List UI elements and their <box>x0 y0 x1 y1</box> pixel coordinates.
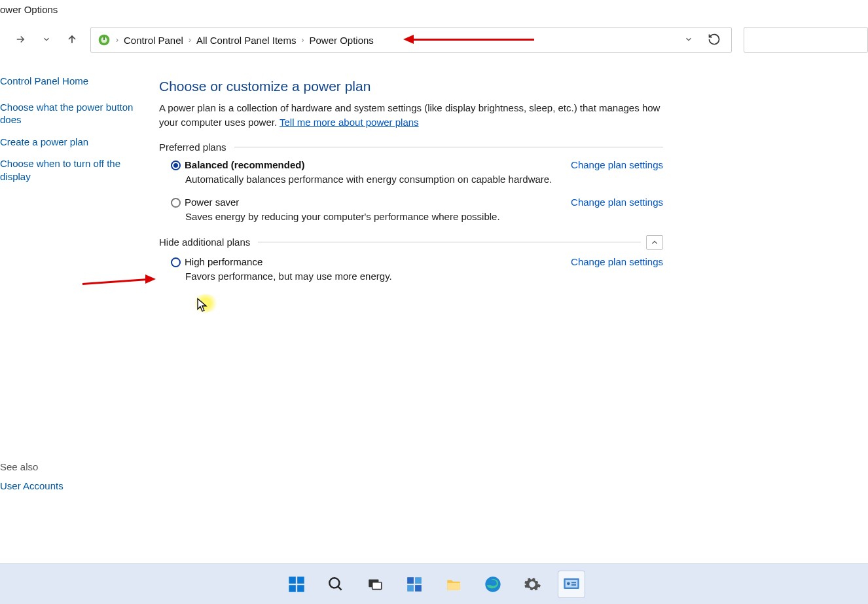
svg-rect-19 <box>571 584 576 586</box>
chevron-right-icon[interactable]: › <box>187 35 192 45</box>
see-also-section: See also User Accounts <box>0 461 63 491</box>
svg-rect-4 <box>289 585 296 592</box>
preferred-plans-group: Preferred plans <box>159 142 663 153</box>
svg-rect-8 <box>372 582 382 589</box>
search-input[interactable] <box>744 27 868 53</box>
plan-description: Automatically balances performance with … <box>185 174 663 185</box>
search-button[interactable] <box>322 571 350 598</box>
svg-point-6 <box>329 578 339 588</box>
plan-description: Favors performance, but may use more ene… <box>185 271 663 282</box>
radio-high-performance[interactable] <box>171 257 181 267</box>
file-explorer-button[interactable] <box>440 571 467 598</box>
divider <box>234 147 663 147</box>
svg-rect-9 <box>407 577 414 584</box>
change-plan-settings-link[interactable]: Change plan settings <box>571 256 663 267</box>
taskbar <box>0 563 868 604</box>
up-button[interactable] <box>65 33 79 48</box>
settings-button[interactable] <box>518 571 546 598</box>
sidebar-link-display-off[interactable]: Choose when to turn off the display <box>0 157 151 183</box>
window-title: ower Options <box>0 4 58 15</box>
recent-locations-dropdown[interactable] <box>42 35 51 46</box>
control-panel-taskbar-button[interactable] <box>558 571 585 598</box>
svg-rect-11 <box>407 585 414 592</box>
svg-rect-18 <box>571 582 576 583</box>
power-options-icon <box>98 33 111 47</box>
control-panel-home-link[interactable]: Control Panel Home <box>0 75 151 88</box>
navigation-bar: › Control Panel › All Control Panel Item… <box>0 26 868 54</box>
svg-rect-10 <box>415 577 422 584</box>
address-dropdown[interactable] <box>676 35 701 46</box>
page-heading: Choose or customize a power plan <box>159 79 663 94</box>
breadcrumb-item[interactable]: Control Panel <box>120 35 187 46</box>
plan-title-power-saver[interactable]: Power saver <box>185 197 239 208</box>
change-plan-settings-link[interactable]: Change plan settings <box>571 159 663 170</box>
edge-button[interactable] <box>479 571 507 598</box>
sidebar: Control Panel Home Choose what the power… <box>0 75 151 192</box>
chevron-right-icon[interactable]: › <box>300 35 305 45</box>
collapse-additional-plans-button[interactable] <box>646 235 663 250</box>
breadcrumb-item[interactable]: Power Options <box>305 35 377 46</box>
svg-rect-2 <box>289 576 296 584</box>
plan-title-balanced[interactable]: Balanced (recommended) <box>185 159 304 170</box>
user-accounts-link[interactable]: User Accounts <box>0 480 63 491</box>
more-about-power-plans-link[interactable]: Tell me more about power plans <box>280 117 419 128</box>
plan-title-high-performance[interactable]: High performance <box>185 256 262 267</box>
group-label: Hide additional plans <box>159 236 258 248</box>
main-content: Choose or customize a power plan A power… <box>159 79 663 293</box>
change-plan-settings-link[interactable]: Change plan settings <box>571 197 663 208</box>
sidebar-link-create-plan[interactable]: Create a power plan <box>0 136 151 149</box>
refresh-button[interactable] <box>701 33 727 48</box>
svg-rect-5 <box>297 585 304 592</box>
forward-button[interactable] <box>13 33 27 47</box>
chevron-right-icon[interactable]: › <box>115 35 120 45</box>
address-bar[interactable]: › Control Panel › All Control Panel Item… <box>90 27 732 53</box>
svg-rect-13 <box>447 582 460 590</box>
see-also-label: See also <box>0 461 38 472</box>
svg-rect-12 <box>415 585 422 592</box>
breadcrumb-item[interactable]: All Control Panel Items <box>192 35 300 46</box>
widgets-button[interactable] <box>401 571 428 598</box>
start-button[interactable] <box>283 571 310 598</box>
additional-plans-group: Hide additional plans <box>159 235 663 250</box>
sidebar-link-power-button[interactable]: Choose what the power button does <box>0 101 151 126</box>
radio-power-saver[interactable] <box>171 198 181 208</box>
task-view-button[interactable] <box>361 571 389 598</box>
svg-rect-3 <box>297 576 304 584</box>
plan-description: Saves energy by reducing your computer's… <box>185 211 663 222</box>
svg-point-14 <box>485 576 500 592</box>
page-description: A power plan is a collection of hardware… <box>159 101 663 130</box>
svg-point-17 <box>567 582 570 585</box>
group-label: Preferred plans <box>159 142 234 153</box>
radio-balanced[interactable] <box>171 160 181 170</box>
divider <box>258 242 641 242</box>
